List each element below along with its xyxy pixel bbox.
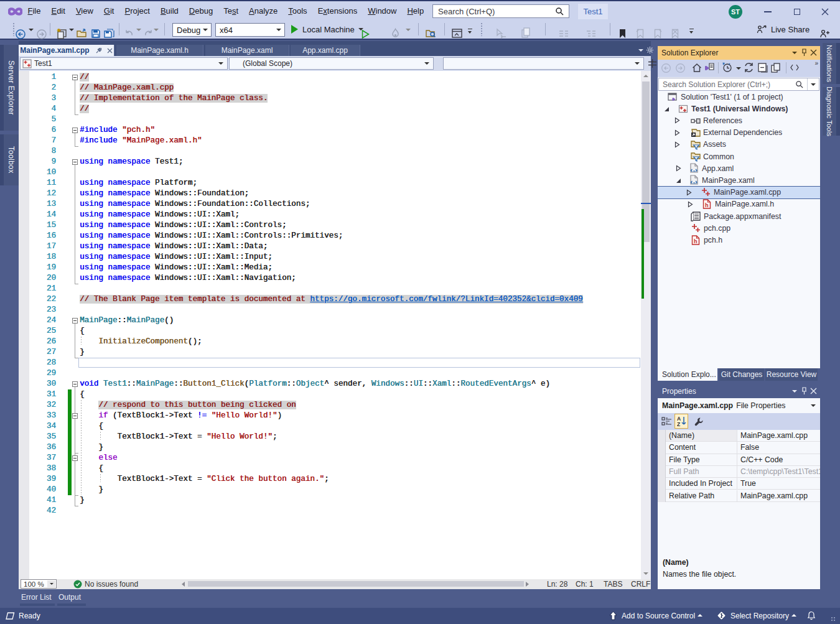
svg-text:h: h bbox=[694, 238, 698, 244]
svg-text:✸: ✸ bbox=[57, 27, 62, 34]
svg-text:Z: Z bbox=[677, 421, 680, 427]
svg-text:h: h bbox=[705, 202, 709, 208]
